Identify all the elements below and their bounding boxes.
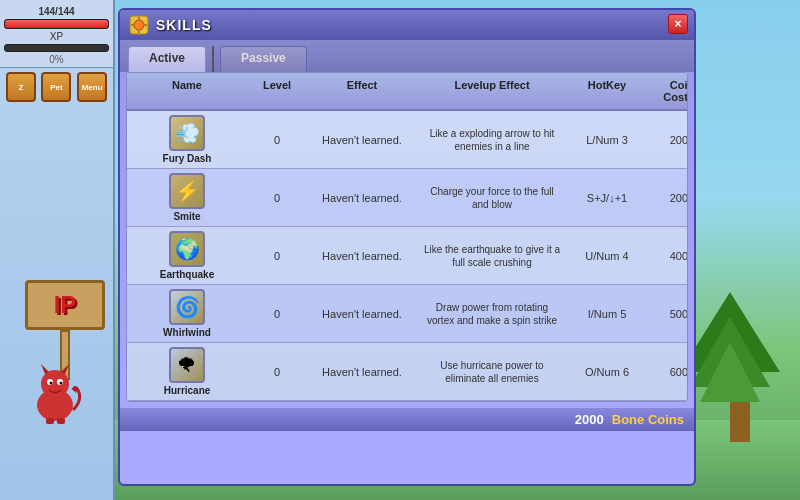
skill-level: 0 [247, 132, 307, 148]
svg-marker-3 [61, 364, 69, 374]
skills-table: Name Level Effect Levelup Effect HotKey … [126, 72, 688, 402]
skill-name: Fury Dash [163, 153, 212, 164]
tab-passive[interactable]: Passive [220, 46, 307, 72]
skill-effect: Haven't learned. [307, 190, 417, 206]
skill-effect: Haven't learned. [307, 306, 417, 322]
skill-icon: 🌀 [169, 289, 205, 325]
skill-effect: Haven't learned. [307, 248, 417, 264]
character [28, 360, 83, 425]
skill-level: 0 [247, 364, 307, 380]
col-levelup: Levelup Effect [417, 77, 567, 105]
skill-coin: 4000 [647, 248, 688, 264]
skill-level: 0 [247, 306, 307, 322]
skill-levelup-effect: Draw power from rotating vortex and make… [417, 299, 567, 329]
xp-bar-outer [4, 44, 109, 52]
skills-modal: SKILLS × Active Passive Name Level Effec… [118, 8, 696, 486]
skill-hotkey: L/Num 3 [567, 132, 647, 148]
skill-coin: 5000 [647, 306, 688, 322]
skill-name-cell: 🌪 Hurricane [127, 347, 247, 396]
table-row: 🌀 Whirlwind 0 Haven't learned. Draw powe… [127, 285, 687, 343]
skill-levelup-effect: Charge your force to the full and blow [417, 183, 567, 213]
col-level: Level [247, 77, 307, 105]
skill-name: Hurricane [164, 385, 211, 396]
col-name: Name [127, 77, 247, 105]
skill-icon: 🌍 [169, 231, 205, 267]
svg-point-7 [60, 382, 63, 385]
skill-effect: Haven't learned. [307, 364, 417, 380]
skill-effect: Haven't learned. [307, 132, 417, 148]
hp-container: 144/144 XP 0% [0, 0, 113, 68]
skill-icon: 🌪 [169, 347, 205, 383]
pet-button[interactable]: Pet [41, 72, 71, 102]
coins-amount: 2000 [575, 412, 604, 427]
trees-decoration [700, 292, 800, 442]
modal-footer: 2000 Bone Coins [120, 408, 694, 431]
skills-icon [128, 14, 150, 36]
tab-active[interactable]: Active [128, 46, 206, 72]
skill-icon: ⚡ [169, 173, 205, 209]
skill-name-cell: 🌀 Whirlwind [127, 289, 247, 338]
skill-hotkey: S+J/↓+1 [567, 190, 647, 206]
svg-point-6 [50, 382, 53, 385]
col-coin: Coin Costed [647, 77, 688, 105]
svg-point-12 [134, 20, 144, 30]
skill-coin: 6000 [647, 364, 688, 380]
skill-hotkey: U/Num 4 [567, 248, 647, 264]
col-hotkey: HotKey [567, 77, 647, 105]
skill-name-cell: 💨 Fury Dash [127, 115, 247, 164]
skill-level: 0 [247, 248, 307, 264]
skill-name: Smite [173, 211, 200, 222]
skill-levelup-effect: Use hurricane power to eliminate all ene… [417, 357, 567, 387]
action-buttons: Z Pet Menu [0, 68, 113, 106]
svg-rect-9 [57, 418, 65, 424]
table-header: Name Level Effect Levelup Effect HotKey … [127, 73, 687, 111]
skill-hotkey: O/Num 6 [567, 364, 647, 380]
svg-rect-8 [46, 418, 54, 424]
table-row: 🌪 Hurricane 0 Haven't learned. Use hurri… [127, 343, 687, 401]
xp-label: XP [4, 31, 109, 42]
hp-label: 144/144 [4, 6, 109, 17]
tab-divider [212, 46, 214, 72]
svg-point-1 [41, 370, 69, 398]
table-row: ⚡ Smite 0 Haven't learned. Charge your f… [127, 169, 687, 227]
col-effect: Effect [307, 77, 417, 105]
close-button[interactable]: × [668, 14, 688, 34]
skill-name: Whirlwind [163, 327, 211, 338]
svg-marker-2 [41, 364, 49, 374]
table-row: 🌍 Earthquake 0 Haven't learned. Like the… [127, 227, 687, 285]
skill-name: Earthquake [160, 269, 214, 280]
xp-pct: 0% [4, 54, 109, 65]
skill-name-cell: ⚡ Smite [127, 173, 247, 222]
hp-bar-inner [5, 20, 108, 28]
skill-hotkey: I/Num 5 [567, 306, 647, 322]
tab-bar: Active Passive [120, 40, 694, 72]
skill-coin: 2000 [647, 190, 688, 206]
skill-levelup-effect: Like the earthquake to give it a full sc… [417, 241, 567, 271]
z-button[interactable]: Z [6, 72, 36, 102]
skill-icon: 💨 [169, 115, 205, 151]
skill-rows-container: 💨 Fury Dash 0 Haven't learned. Like a ex… [127, 111, 687, 401]
sign-board: IP [25, 280, 105, 330]
table-row: 💨 Fury Dash 0 Haven't learned. Like a ex… [127, 111, 687, 169]
coins-label: Bone Coins [612, 412, 684, 427]
skill-coin: 2000 [647, 132, 688, 148]
skill-levelup-effect: Like a exploding arrow to hit enemies in… [417, 125, 567, 155]
modal-title: SKILLS [156, 17, 212, 33]
hp-bar-outer [4, 19, 109, 29]
skill-name-cell: 🌍 Earthquake [127, 231, 247, 280]
menu-button[interactable]: Menu [77, 72, 107, 102]
sign-text: IP [54, 291, 77, 319]
skill-level: 0 [247, 190, 307, 206]
modal-header: SKILLS × [120, 10, 694, 40]
